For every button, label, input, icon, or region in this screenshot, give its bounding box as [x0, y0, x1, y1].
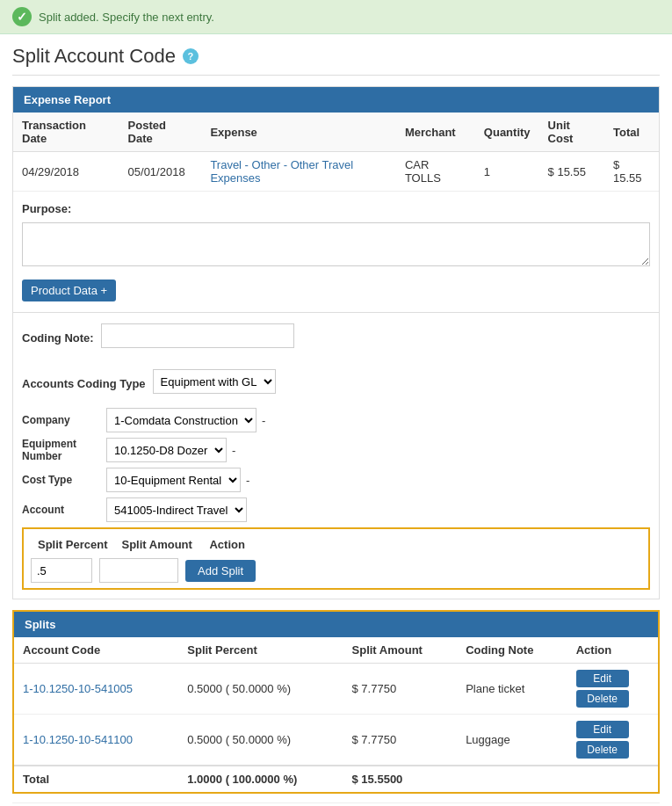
split-amount-1: $ 7.7750	[343, 715, 458, 766]
splits-row-0: 1-10.1250-10-541005 0.5000 ( 50.0000 %) …	[14, 664, 658, 715]
col-total: Total	[604, 113, 659, 152]
account-select[interactable]: 541005-Indirect Travel	[106, 497, 247, 522]
split-input-header: Split Percent Split Amount Action	[31, 534, 641, 555]
splits-table: Account Code Split Percent Split Amount …	[14, 637, 658, 792]
coding-note-input[interactable]	[101, 323, 294, 348]
split-percent-input[interactable]	[31, 558, 92, 583]
cell-merchant: CAR TOLLS	[396, 152, 475, 192]
purpose-row: Purpose:	[22, 199, 650, 215]
equipment-number-label: EquipmentNumber	[22, 438, 101, 462]
accounts-coding-type-row: Accounts Coding Type Equipment with GL	[22, 369, 650, 394]
coding-fields: Company 1-Comdata Construction - Equipme…	[13, 408, 659, 522]
split-coding-note-0: Plane ticket	[457, 664, 567, 715]
splits-col-split-amount: Split Amount	[343, 637, 458, 664]
split-percent-header: Split Percent	[31, 534, 114, 555]
purpose-label: Purpose:	[22, 199, 119, 215]
table-row: 04/29/2018 05/01/2018 Travel - Other - O…	[13, 152, 659, 192]
splits-col-action: Action	[567, 637, 658, 664]
cell-expense: Travel - Other - Other Travel Expenses	[201, 152, 396, 192]
col-unit-cost: Unit Cost	[539, 113, 604, 152]
splits-total-row: Total 1.0000 ( 100.0000 %) $ 15.5500	[14, 766, 658, 792]
add-split-button[interactable]: Add Split	[185, 560, 256, 582]
delete-button-0[interactable]: Delete	[576, 690, 629, 708]
equipment-number-select[interactable]: 10.1250-D8 Dozer	[106, 438, 227, 462]
cell-unit-cost: $ 15.55	[539, 152, 604, 192]
coding-note-label: Coding Note:	[22, 328, 94, 345]
edit-button-0[interactable]: Edit	[576, 670, 629, 687]
split-account-code-1: 1-10.1250-10-541100	[14, 715, 178, 766]
cell-quantity: 1	[475, 152, 539, 192]
splits-col-split-percent: Split Percent	[178, 637, 343, 664]
company-label: Company	[22, 414, 101, 426]
splits-col-coding-note: Coding Note	[457, 637, 567, 664]
purpose-input[interactable]	[22, 222, 650, 266]
splits-header: Splits	[14, 612, 658, 637]
split-amount-0: $ 7.7750	[343, 664, 458, 715]
account-row: Account 541005-Indirect Travel	[22, 497, 659, 522]
accounts-coding-type-section: Accounts Coding Type Equipment with GL	[13, 362, 659, 408]
splits-section: Splits Account Code Split Percent Split …	[12, 610, 660, 794]
bottom-bar: Apply Split Coding Data to Selected Item…	[12, 802, 660, 806]
delete-button-1[interactable]: Delete	[576, 741, 629, 759]
success-message: Split added. Specify the next entry.	[39, 11, 214, 24]
split-actions-0: Edit Delete	[567, 664, 658, 715]
page-title-area: Split Account Code ?	[12, 45, 660, 76]
split-account-code-0: 1-10.1250-10-541005	[14, 664, 178, 715]
help-icon[interactable]: ?	[183, 48, 199, 64]
accounts-coding-type-select[interactable]: Equipment with GL	[153, 369, 276, 394]
expense-table: Transaction Date Posted Date Expense Mer…	[13, 113, 659, 192]
action-header: Action	[202, 534, 251, 555]
product-data-button[interactable]: Product Data +	[22, 280, 116, 301]
total-label: Total	[14, 766, 178, 792]
success-banner: ✓ Split added. Specify the next entry.	[0, 0, 672, 34]
accounts-coding-type-label: Accounts Coding Type	[22, 374, 146, 390]
cell-posted-date: 05/01/2018	[119, 152, 202, 192]
total-split-percent: 1.0000 ( 100.0000 %)	[178, 766, 343, 792]
splits-row-1: 1-10.1250-10-541100 0.5000 ( 50.0000 %) …	[14, 715, 658, 766]
account-label: Account	[22, 504, 101, 516]
split-percent-1: 0.5000 ( 50.0000 %)	[178, 715, 343, 766]
company-select[interactable]: 1-Comdata Construction	[106, 408, 257, 432]
split-actions-1: Edit Delete	[567, 715, 658, 766]
company-row: Company 1-Comdata Construction -	[22, 408, 659, 432]
col-transaction-date: Transaction Date	[13, 113, 119, 152]
purpose-section: Purpose:	[13, 192, 659, 276]
col-quantity: Quantity	[475, 113, 539, 152]
cost-type-label: Cost Type	[22, 474, 101, 486]
split-coding-note-1: Luggage	[457, 715, 567, 766]
col-posted-date: Posted Date	[119, 113, 202, 152]
split-amount-header: Split Amount	[114, 534, 202, 555]
cost-type-row: Cost Type 10-Equipment Rental -	[22, 468, 659, 492]
expense-report-card: Expense Report Transaction Date Posted D…	[12, 86, 660, 599]
cell-total: $ 15.55	[604, 152, 659, 192]
split-percent-0: 0.5000 ( 50.0000 %)	[178, 664, 343, 715]
split-input-area: Split Percent Split Amount Action Add Sp…	[22, 527, 650, 590]
expense-report-header: Expense Report	[13, 87, 659, 113]
split-amount-input[interactable]	[99, 558, 178, 583]
splits-col-account-code: Account Code	[14, 637, 178, 664]
cost-type-select[interactable]: 10-Equipment Rental	[106, 468, 241, 492]
coding-note-section: Coding Note:	[13, 316, 659, 362]
cell-transaction-date: 04/29/2018	[13, 152, 119, 192]
total-split-amount: $ 15.5500	[343, 766, 458, 792]
col-merchant: Merchant	[396, 113, 475, 152]
coding-note-row: Coding Note:	[22, 323, 650, 348]
split-input-row: Add Split	[31, 558, 641, 583]
equipment-number-row: EquipmentNumber 10.1250-D8 Dozer -	[22, 438, 659, 462]
splits-header-row: Account Code Split Percent Split Amount …	[14, 637, 658, 664]
edit-button-1[interactable]: Edit	[576, 721, 629, 738]
page-title: Split Account Code	[12, 45, 176, 68]
success-icon: ✓	[12, 7, 32, 26]
col-expense: Expense	[201, 113, 396, 152]
